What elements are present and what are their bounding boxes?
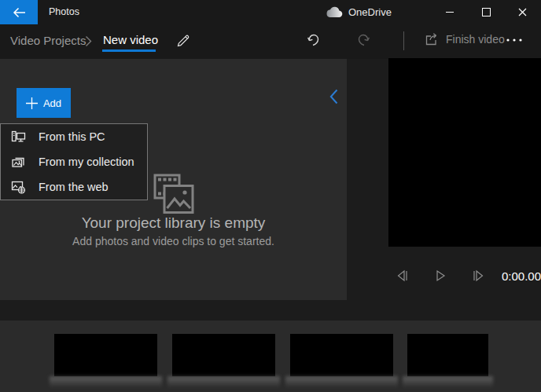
next-frame-button[interactable]: [471, 269, 485, 282]
add-button[interactable]: Add: [17, 88, 71, 118]
photo-collection-icon: [11, 155, 26, 169]
menu-item-label: From my collection: [39, 149, 134, 174]
toolbar-divider: [403, 31, 404, 50]
maximize-icon: [482, 8, 491, 16]
minimize-button[interactable]: [432, 0, 468, 24]
breadcrumb-new-video[interactable]: New video: [103, 33, 158, 46]
add-button-label: Add: [43, 97, 61, 109]
collapse-panel-button[interactable]: [327, 88, 340, 105]
menu-item-from-my-collection[interactable]: From my collection: [1, 149, 147, 174]
previous-frame-button[interactable]: [396, 269, 410, 282]
next-frame-icon: [471, 269, 485, 282]
close-button[interactable]: [504, 0, 541, 24]
menu-item-from-the-web[interactable]: From the web: [1, 174, 147, 200]
film-and-photo-icon: [153, 173, 195, 215]
video-preview: [388, 58, 541, 247]
add-dropdown-menu: From this PC From my collection: [0, 123, 148, 200]
photo-globe-icon: [11, 180, 26, 194]
app-title: Photos: [49, 0, 79, 24]
photos-app-window: Photos OneDrive Video Proje: [0, 0, 541, 392]
empty-library-title: Your project library is empty: [0, 214, 347, 232]
pc-icon: [11, 130, 26, 144]
rename-project-button[interactable]: [176, 33, 191, 48]
redo-button[interactable]: [356, 32, 372, 48]
onedrive-cloud-icon: [325, 6, 343, 18]
play-icon: [433, 269, 447, 282]
active-tab-underline: [102, 49, 156, 52]
finish-video-button[interactable]: Finish video: [424, 31, 505, 47]
timeline-clip: [172, 334, 275, 376]
onedrive-label: OneDrive: [348, 6, 392, 18]
empty-library-subtitle: Add photos and video clips to get starte…: [0, 235, 347, 247]
menu-item-label: From the web: [39, 174, 109, 200]
finish-video-label: Finish video: [446, 33, 505, 46]
undo-button[interactable]: [305, 32, 321, 48]
timeline-clip: [290, 334, 393, 376]
back-button[interactable]: [0, 0, 38, 24]
close-icon: [518, 8, 527, 16]
plus-icon: [26, 97, 38, 109]
menu-item-from-this-pc[interactable]: From this PC: [1, 124, 147, 149]
maximize-button[interactable]: [468, 0, 504, 24]
title-bar: Photos OneDrive: [0, 0, 541, 24]
edit-pencil-icon: [176, 33, 191, 48]
timeline-clip: [407, 334, 488, 376]
elapsed-time: 0:00.00: [499, 269, 541, 283]
more-options-button[interactable]: [506, 35, 526, 46]
breadcrumb-video-projects[interactable]: Video Projects: [10, 34, 86, 47]
menu-item-label: From this PC: [39, 124, 105, 149]
minimize-icon: [446, 12, 454, 13]
redo-icon: [356, 32, 372, 48]
share-export-icon: [424, 31, 440, 47]
previous-frame-icon: [396, 269, 410, 282]
collapse-chevron-icon: [329, 89, 338, 104]
timeline-clip: [54, 334, 157, 376]
timeline-strip: [0, 321, 541, 392]
chevron-right-icon: [85, 35, 92, 47]
more-ellipsis-icon: [506, 38, 524, 42]
play-button[interactable]: [433, 269, 447, 282]
onedrive-status: OneDrive: [325, 0, 392, 24]
back-arrow-icon: [13, 7, 26, 18]
undo-icon: [305, 32, 321, 48]
